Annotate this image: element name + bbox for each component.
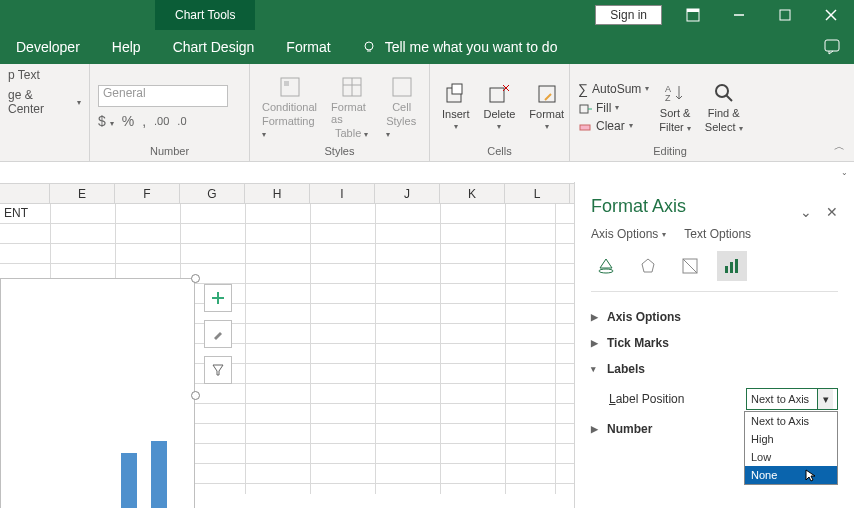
label-position-dropdown: Next to Axis High Low None <box>744 411 838 485</box>
chart-filters-button[interactable] <box>204 356 232 384</box>
svg-line-26 <box>726 95 732 101</box>
format-button[interactable]: Format▾ <box>525 80 568 133</box>
autosum-button[interactable]: ∑ AutoSum ▾ <box>578 81 649 97</box>
axis-options-tab[interactable]: Axis Options ▾ <box>591 227 666 241</box>
svg-rect-22 <box>580 125 590 130</box>
svg-rect-34 <box>730 262 733 273</box>
dropdown-arrow-icon[interactable]: ▾ <box>817 389 833 409</box>
svg-rect-16 <box>452 84 462 94</box>
axis-options-icon[interactable] <box>717 251 747 281</box>
svg-rect-1 <box>687 9 699 12</box>
find-select-button[interactable]: Find &Select ▾ <box>701 79 747 135</box>
svg-rect-33 <box>725 266 728 273</box>
effects-icon[interactable] <box>633 251 663 281</box>
close-icon[interactable] <box>808 0 854 30</box>
svg-point-6 <box>365 42 373 50</box>
ribbon-options-icon[interactable] <box>670 0 716 30</box>
sort-filter-button[interactable]: AZSort &Filter ▾ <box>655 79 695 135</box>
maximize-icon[interactable] <box>762 0 808 30</box>
svg-rect-3 <box>780 10 790 20</box>
collapse-ribbon-icon[interactable]: ︿ <box>830 137 848 155</box>
fill-line-icon[interactable] <box>591 251 621 281</box>
format-axis-pane: Format Axis ⌄ ✕ Axis Options ▾ Text Opti… <box>574 182 854 508</box>
increase-decimal-icon[interactable]: .00 <box>154 115 169 127</box>
format-as-table-button[interactable]: Format asTable ▾ <box>327 73 376 141</box>
dropdown-option-selected[interactable]: None <box>745 466 837 484</box>
size-properties-icon[interactable] <box>675 251 705 281</box>
feedback-icon[interactable] <box>810 30 854 64</box>
developer-tab[interactable]: Developer <box>0 30 96 64</box>
eraser-icon <box>578 119 592 133</box>
label-position-select[interactable]: Next to Axis ▾ Next to Axis High Low Non… <box>746 388 838 410</box>
fill-button[interactable]: Fill ▾ <box>578 101 649 115</box>
svg-rect-8 <box>825 40 839 51</box>
tell-me-label: Tell me what you want to do <box>385 39 558 55</box>
chart-elements-button[interactable] <box>204 284 232 312</box>
cell-styles-button[interactable]: CellStyles ▾ <box>382 73 421 141</box>
delete-button[interactable]: Delete▾ <box>480 80 520 133</box>
cursor-icon <box>805 469 817 483</box>
comma-button[interactable]: , <box>142 113 146 129</box>
dropdown-option[interactable]: High <box>745 430 837 448</box>
insert-button[interactable]: Insert▾ <box>438 80 474 133</box>
clear-button[interactable]: Clear ▾ <box>578 119 649 133</box>
wrap-text-button[interactable]: p Text <box>8 68 40 82</box>
pane-close-icon[interactable]: ✕ <box>826 204 838 220</box>
svg-rect-35 <box>735 259 738 273</box>
tell-me-search[interactable]: Tell me what you want to do <box>347 30 810 64</box>
styles-group-label: Styles <box>258 145 421 159</box>
pane-options-icon[interactable]: ⌄ <box>800 204 812 220</box>
merge-center-button[interactable]: ge & Center ▾ <box>8 88 81 116</box>
svg-text:Z: Z <box>665 93 671 103</box>
decrease-decimal-icon[interactable]: .0 <box>177 115 186 127</box>
percent-button[interactable]: % <box>122 113 134 129</box>
svg-rect-14 <box>393 78 411 96</box>
svg-marker-30 <box>642 259 654 272</box>
brush-icon <box>211 327 225 341</box>
svg-point-29 <box>599 269 613 273</box>
help-tab[interactable]: Help <box>96 30 157 64</box>
svg-rect-17 <box>490 88 504 102</box>
svg-rect-9 <box>281 78 299 96</box>
svg-rect-20 <box>539 86 555 102</box>
tick-marks-section[interactable]: ▶Tick Marks <box>591 330 838 356</box>
chart-bar <box>151 441 167 508</box>
labels-section[interactable]: ▾Labels <box>591 356 838 382</box>
currency-button[interactable]: $ ▾ <box>98 113 114 129</box>
dropdown-option[interactable]: Next to Axis <box>745 412 837 430</box>
label-position-label: LLabel Positionabel Position <box>609 392 736 406</box>
lightbulb-icon <box>361 39 377 55</box>
number-group-label: Number <box>98 145 241 159</box>
chart-tools-tab: Chart Tools <box>155 0 255 30</box>
svg-line-32 <box>683 259 697 273</box>
text-options-tab[interactable]: Text Options <box>684 227 751 241</box>
conditional-formatting-button[interactable]: ConditionalFormatting ▾ <box>258 73 321 141</box>
dropdown-option[interactable]: Low <box>745 448 837 466</box>
chart-design-tab[interactable]: Chart Design <box>157 30 271 64</box>
axis-options-section[interactable]: ▶Axis Options <box>591 304 838 330</box>
svg-rect-10 <box>284 81 289 86</box>
chart-styles-button[interactable] <box>204 320 232 348</box>
minimize-icon[interactable] <box>716 0 762 30</box>
formula-bar-expand-icon[interactable]: ⌄ <box>841 168 848 177</box>
funnel-icon <box>211 363 225 377</box>
svg-rect-21 <box>580 105 588 113</box>
number-format-select[interactable]: General <box>98 85 228 107</box>
format-tab[interactable]: Format <box>270 30 346 64</box>
pane-title: Format Axis <box>591 196 686 217</box>
sign-in-button[interactable]: Sign in <box>595 5 662 25</box>
editing-group-label: Editing <box>578 145 762 159</box>
cells-group-label: Cells <box>438 145 561 159</box>
chart-object[interactable] <box>0 278 195 508</box>
chart-bar <box>121 453 137 508</box>
